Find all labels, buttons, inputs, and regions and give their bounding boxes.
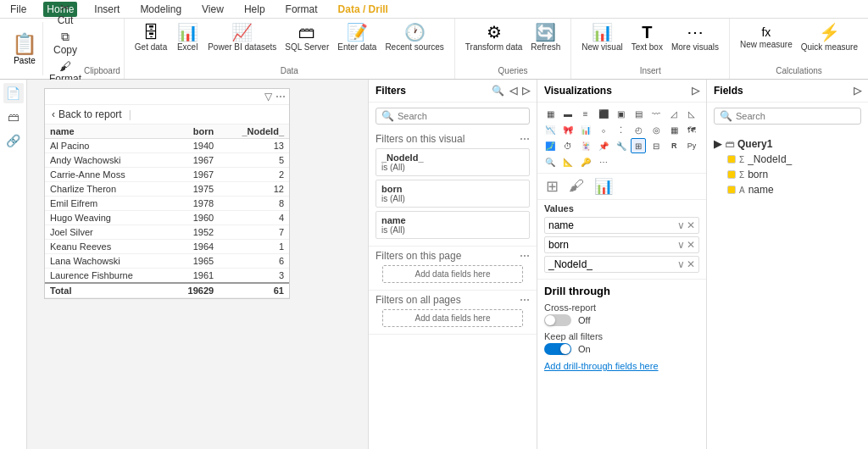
table-row[interactable]: Carrie-Anne Moss 1967 2 [45,168,289,182]
viz-waterfall[interactable]: 📊 [578,122,593,137]
viz-clustered-bar[interactable]: ≡ [578,106,593,121]
more-options-icon[interactable]: ⋯ [275,91,286,103]
table-row[interactable]: Joel Silver 1952 7 [45,225,289,240]
born-checkbox[interactable] [727,170,736,179]
viz-clustered-col[interactable]: ⬛ [596,106,611,121]
viz-ai2[interactable]: 📐 [560,154,576,169]
viz-slicer[interactable]: 🔧 [614,138,629,153]
table-row[interactable]: Keanu Reeves 1964 1 [45,240,289,254]
data-view-icon[interactable]: 🗃 [3,107,24,127]
new-measure-button[interactable]: fx New measure [737,25,796,51]
filter-collapse-icon[interactable]: ◁ [509,85,517,97]
table-row[interactable]: Lana Wachowski 1965 6 [45,254,289,269]
field-item-name[interactable]: A name [714,182,861,197]
query1-header[interactable]: ▶ 🗃 Query1 [714,136,861,152]
quick-measure-button[interactable]: ⚡ Quick measure [798,22,861,53]
viz-stacked-area[interactable]: ◺ [684,106,699,121]
table-row[interactable]: Hugo Weaving 1960 4 [45,211,289,225]
menu-data-drill[interactable]: Data / Drill [335,2,392,17]
table-row[interactable]: Emil Eifrem 1978 8 [45,197,289,211]
table-row[interactable]: Charlize Theron 1975 12 [45,182,289,197]
table-row[interactable]: Andy Wachowski 1967 5 [45,153,289,168]
cross-report-toggle[interactable] [544,314,571,326]
menu-format[interactable]: Format [282,2,321,17]
canvas-area[interactable]: ▽ ⋯ ‹ Back to report | name born _NodeId… [27,80,368,449]
viz-python[interactable]: Py [684,138,699,153]
more-visuals-button[interactable]: ⋯ More visuals [668,22,722,53]
menu-modeling[interactable]: Modeling [136,2,185,17]
new-visual-button[interactable]: 📊 New visual [578,22,626,53]
format-tab-icon[interactable]: 🖌 [565,174,587,199]
viz-stacked-bar[interactable]: ▦ [542,106,558,121]
cut-button[interactable]: ✂ Cut [47,0,84,27]
viz-map[interactable]: 🗺 [684,122,699,137]
this-visual-options-icon[interactable]: ⋯ [520,133,530,145]
viz-gauge[interactable]: ⏱ [560,138,576,153]
viz-donut[interactable]: ◎ [648,122,664,137]
recent-sources-button[interactable]: 🕐 Recent sources [381,22,447,53]
viz-100pct-bar[interactable]: ▣ [614,106,629,121]
filters-search-box[interactable]: 🔍 [376,108,530,125]
born-filter-card[interactable]: born is (All) [376,180,530,208]
fields-search-box[interactable]: 🔍 [714,108,861,125]
viz-area[interactable]: ◿ [666,106,682,121]
viz-filled-map[interactable]: 🗾 [542,138,558,153]
value-nodeid-chevron-icon[interactable]: ∨ [677,258,685,270]
menu-view[interactable]: View [198,2,227,17]
value-item-nodeid[interactable]: _NodeId_ ∨ ✕ [544,256,699,273]
value-name-chevron-icon[interactable]: ∨ [677,219,685,231]
fields-search-input[interactable] [736,111,855,121]
nodeid-checkbox[interactable] [727,155,736,164]
filters-search-input[interactable] [398,111,524,121]
filter-expand-icon[interactable]: ▷ [522,85,530,97]
value-item-name[interactable]: name ∨ ✕ [544,217,699,234]
filter-search-icon[interactable]: 🔍 [492,85,504,97]
get-data-button[interactable]: 🗄 Get data [131,22,170,53]
viz-custom[interactable]: ⋯ [596,154,611,169]
excel-button[interactable]: 📊 Excel [172,22,203,53]
viz-kpi[interactable]: 📌 [596,138,611,153]
menu-help[interactable]: Help [241,2,269,17]
viz-ribbon[interactable]: 🎀 [560,122,576,137]
this-page-options-icon[interactable]: ⋯ [520,250,530,262]
value-born-remove-icon[interactable]: ✕ [687,239,695,251]
copy-button[interactable]: ⧉ Copy [47,29,84,57]
paste-button[interactable]: 📋 Paste [7,22,43,75]
filter-icon[interactable]: ▽ [264,91,272,103]
add-page-field-button[interactable]: Add data fields here [382,265,523,283]
value-nodeid-remove-icon[interactable]: ✕ [687,258,695,270]
viz-ai3[interactable]: 🔑 [578,154,593,169]
back-to-report-button[interactable]: ‹ Back to report | [45,105,289,125]
viz-funnel[interactable]: ⬦ [596,122,611,137]
viz-ai1[interactable]: 🔍 [542,154,558,169]
refresh-button[interactable]: 🔄 Refresh [527,22,564,53]
value-name-remove-icon[interactable]: ✕ [687,219,695,231]
all-pages-options-icon[interactable]: ⋯ [520,294,530,306]
viz-pie[interactable]: ◴ [631,122,646,137]
viz-stacked-col[interactable]: ▬ [560,106,576,121]
field-item-nodeid[interactable]: Σ _NodeId_ [714,152,861,167]
viz-100pct-col[interactable]: ▤ [631,106,646,121]
menu-insert[interactable]: Insert [91,2,123,17]
viz-matrix[interactable]: ⊟ [648,138,664,153]
viz-expand-icon[interactable]: ▷ [692,85,699,97]
sql-server-button[interactable]: 🗃 SQL Server [281,22,332,53]
nodeid-filter-card[interactable]: _NodeId_ is (All) [376,148,530,176]
table-row[interactable]: Laurence Fishburne 1961 3 [45,269,289,284]
value-item-born[interactable]: born ∨ ✕ [544,236,699,253]
viz-r-script[interactable]: R [666,138,682,153]
model-view-icon[interactable]: 🔗 [3,130,24,151]
name-filter-card[interactable]: name is (All) [376,211,530,239]
add-all-pages-field-button[interactable]: Add data fields here [382,309,523,327]
add-drill-fields-link[interactable]: Add drill-through fields here [544,361,659,371]
fields-expand-icon[interactable]: ▷ [854,85,861,97]
viz-card[interactable]: 🃏 [578,138,593,153]
powerbi-datasets-button[interactable]: 📈 Power BI datasets [204,22,280,53]
viz-line[interactable]: 〰 [648,106,664,121]
report-view-icon[interactable]: 📄 [3,83,24,103]
enter-data-button[interactable]: 📝 Enter data [334,22,380,53]
name-checkbox[interactable] [727,186,736,194]
menu-file[interactable]: File [7,2,30,17]
viz-treemap[interactable]: ▦ [666,122,682,137]
viz-table[interactable]: ⊞ [631,138,646,153]
